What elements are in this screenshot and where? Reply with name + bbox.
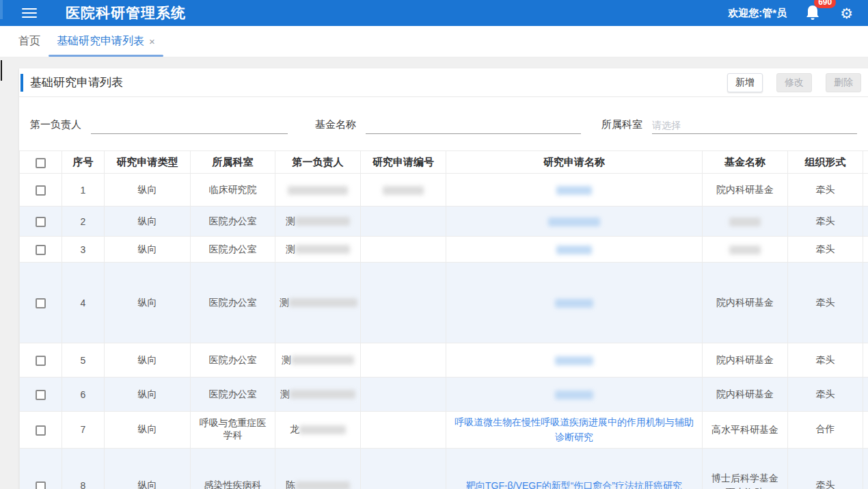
owner-cell: 测 [275, 237, 361, 263]
row-select-cell [20, 263, 62, 343]
code-cell [361, 207, 446, 237]
code-cell [361, 174, 446, 207]
seq-cell: 2 [62, 207, 105, 237]
org-cell: 牵头 [788, 174, 863, 207]
add-button[interactable]: 新增 [727, 73, 763, 92]
redacted-blur [556, 246, 592, 254]
table-row: 2纵向医院办公室测牵头 [20, 207, 868, 237]
column-header: 研究申请编号 [361, 151, 446, 174]
gear-icon[interactable]: ⚙ [840, 6, 853, 21]
edit-button[interactable]: 修改 [776, 73, 812, 92]
page-title: 基础研究申请列表 [30, 75, 123, 90]
fund-cell [703, 207, 788, 237]
dept-cell: 医院办公室 [191, 207, 275, 237]
owner-prefix: 测 [282, 354, 291, 365]
tab-bar: 首页 基础研究申请列表 × [0, 26, 868, 57]
type-cell: 纵向 [105, 378, 191, 412]
table-row: 7纵向呼吸与危重症医学科龙呼吸道微生物在慢性呼吸道疾病进展中的作用机制与辅助诊断… [20, 412, 868, 449]
row-checkbox[interactable] [36, 245, 46, 255]
row-checkbox[interactable] [36, 217, 46, 227]
card-header: 基础研究申请列表 新增 修改 删除 [19, 68, 868, 97]
type-cell: 纵向 [105, 343, 191, 378]
column-header: 所属科室 [191, 151, 275, 174]
row-select-cell [20, 378, 62, 412]
redacted-blur [291, 356, 354, 365]
table-row: 1纵向临床研究院院内科研基金牵头 [20, 174, 868, 207]
filter-owner-label: 第一负责人 [30, 118, 81, 134]
org-cell: 牵头 [788, 237, 863, 263]
clipped-column-cell [863, 448, 868, 489]
dept-cell: 医院办公室 [191, 237, 275, 263]
hamburger-menu-icon[interactable] [22, 5, 37, 21]
name-cell [446, 237, 703, 263]
code-cell [361, 263, 446, 343]
clipped-column-cell [863, 174, 868, 207]
dept-cell: 感染性疾病科 [191, 448, 275, 489]
redacted-blur [555, 356, 593, 365]
row-select-cell [20, 237, 62, 263]
tab-home[interactable]: 首页 [10, 26, 49, 57]
seq-cell: 4 [62, 263, 105, 343]
row-checkbox[interactable] [36, 356, 46, 366]
fund-name: 院内科研基金 [707, 295, 783, 310]
redacted-blur [556, 186, 592, 195]
org-cell: 牵头 [788, 448, 863, 489]
fund-name-line2: 面上资助 [707, 486, 783, 489]
select-all-checkbox[interactable] [36, 158, 46, 168]
clipped-column-cell [863, 378, 868, 412]
column-header: 基金名称 [703, 151, 788, 174]
row-select-cell [20, 207, 62, 237]
stray-caret [1, 60, 2, 81]
redacted-blur [295, 481, 350, 489]
owner-prefix: 测 [280, 297, 289, 308]
name-cell [446, 378, 703, 412]
row-checkbox[interactable] [36, 298, 46, 308]
redacted-blur [288, 186, 348, 195]
delete-button[interactable]: 删除 [826, 73, 861, 92]
seq-cell: 1 [62, 174, 105, 207]
redacted-blur [290, 390, 355, 399]
notifications-button[interactable]: 690 [804, 4, 822, 22]
clipped-column-cell [863, 237, 868, 263]
name-cell: 呼吸道微生物在慢性呼吸道疾病进展中的作用机制与辅助诊断研究 [446, 412, 703, 449]
redacted-blur [548, 217, 600, 226]
application-name-link[interactable]: 呼吸道微生物在慢性呼吸道疾病进展中的作用机制与辅助诊断研究 [450, 414, 698, 445]
fund-name: 院内科研基金 [707, 353, 783, 367]
filter-owner-input[interactable] [91, 116, 288, 134]
org-cell: 合作 [788, 412, 863, 449]
type-cell: 纵向 [105, 174, 191, 207]
table-row: 4纵向医院办公室测院内科研基金牵头 [20, 263, 868, 343]
name-cell [446, 343, 703, 378]
org-cell: 牵头 [788, 378, 863, 412]
table-header: 序号研究申请类型所属科室第一负责人研究申请编号研究申请名称基金名称组织形式 [20, 151, 868, 174]
row-select-cell [20, 343, 62, 378]
welcome-user-text: 欢迎您:管*员 [728, 7, 787, 20]
row-select-cell [20, 448, 62, 489]
table-row: 6纵向医院办公室测院内科研基金牵头 [20, 378, 868, 412]
dept-cell: 临床研究院 [191, 174, 275, 207]
row-checkbox[interactable] [36, 481, 46, 489]
tab-basic-research-list[interactable]: 基础研究申请列表 × [49, 26, 163, 57]
application-name-link[interactable]: 靶向TGF-β/VEGF的新型“伤口愈合”疗法抗肝癌研究 [466, 478, 682, 489]
code-cell [361, 237, 446, 263]
redacted-blur [729, 246, 761, 254]
org-cell: 牵头 [788, 263, 863, 343]
code-cell [361, 412, 446, 449]
column-header: 研究申请类型 [105, 151, 191, 174]
owner-cell: 测 [275, 343, 361, 378]
title-accent-bar [21, 74, 23, 92]
tab-close-icon[interactable]: × [149, 36, 155, 47]
fund-name: 博士后科学基金 [707, 471, 783, 486]
seq-cell: 6 [62, 378, 105, 412]
column-header: 研究申请名称 [446, 151, 703, 174]
row-checkbox[interactable] [36, 425, 46, 436]
table-row: 5纵向医院办公室测院内科研基金牵头 [20, 343, 868, 378]
row-checkbox[interactable] [36, 390, 46, 400]
redacted-blur [555, 299, 593, 308]
row-checkbox[interactable] [36, 185, 46, 196]
filter-fund-input[interactable] [366, 116, 581, 134]
filter-dept-select[interactable] [652, 116, 857, 134]
filter-dept-label: 所属科室 [601, 118, 642, 134]
select-all-header-cell [20, 151, 62, 174]
redacted-blur [289, 298, 357, 307]
